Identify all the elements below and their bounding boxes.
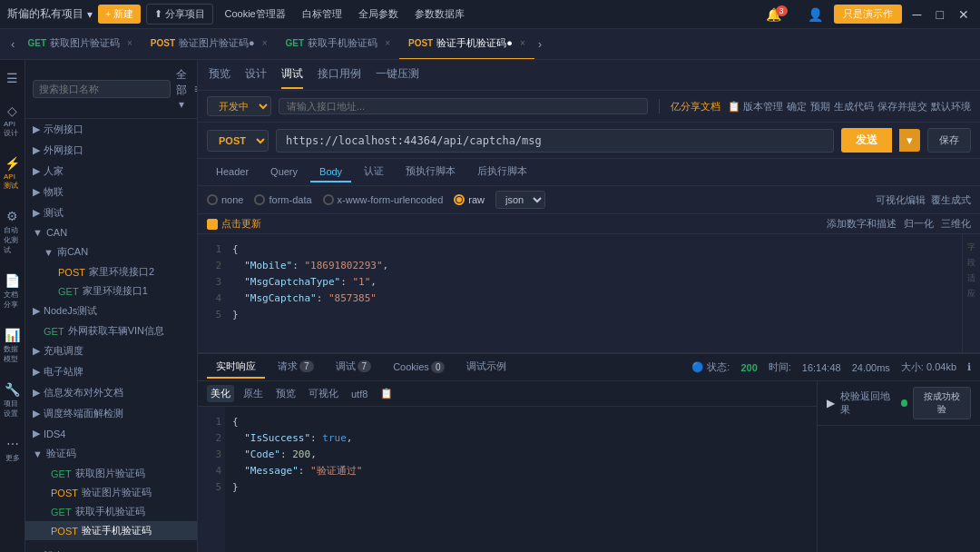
project-selector[interactable]: 斯偏的私有项目 ▾ <box>7 6 93 22</box>
tab-3-close[interactable]: × <box>520 38 525 48</box>
tab-2-close[interactable]: × <box>385 38 390 48</box>
tab-next-arrow[interactable]: › <box>534 37 545 51</box>
expand-right-arrow[interactable]: ▶ <box>827 397 835 409</box>
params-button[interactable]: 全局参数 <box>353 5 404 24</box>
left-icon-project-settings[interactable]: 🔧 项目设置 <box>0 379 24 422</box>
sub-nav-use-case[interactable]: 接口用例 <box>318 61 361 89</box>
sidebar-search-input[interactable] <box>33 80 171 98</box>
sidebar-api-env2[interactable]: POST 家里环境接口2 <box>25 262 197 281</box>
left-icon-menu[interactable]: ☰ <box>3 67 22 89</box>
sidebar-item-ids4[interactable]: ▶ IDS4 <box>25 424 197 443</box>
code-content[interactable]: { "Mobile": "18691802293", "MsgCaptchaTy… <box>225 234 962 352</box>
env-selector[interactable]: 开发中 <box>207 96 271 116</box>
sidebar-item-charge[interactable]: ▶ 充电调度 <box>25 340 197 361</box>
sidebar-item-station[interactable]: ▶ 电子站牌 <box>25 361 197 382</box>
radio-raw[interactable]: raw <box>454 194 485 205</box>
resp-btn-copy[interactable]: 📋 <box>377 386 397 401</box>
code-editor[interactable]: 12345 { "Mobile": "18691802293", "MsgCap… <box>198 234 980 352</box>
sidebar-item-test[interactable]: ▶ 测试 <box>25 202 197 223</box>
left-icon-api-test[interactable]: ⚡ API 测试 <box>0 153 24 194</box>
tab-1[interactable]: POST 验证图片验证码● × <box>142 29 277 60</box>
generate-code-btn[interactable]: 生成代码 <box>834 100 874 113</box>
tab-2[interactable]: GET 获取手机验证码 × <box>277 29 399 60</box>
send-dropdown-button[interactable]: ▾ <box>899 129 920 152</box>
sub-nav-stress-test[interactable]: 一键压测 <box>376 61 419 89</box>
url-input[interactable] <box>276 129 834 153</box>
sidebar-item-south-can[interactable]: ▼ 南CAN <box>25 242 197 262</box>
sidebar-item-info-pub[interactable]: ▶ 信息发布对外文档 <box>25 382 197 403</box>
req-tab-post-script[interactable]: 后执行脚本 <box>468 161 536 183</box>
left-icon-data-model[interactable]: 📊 数据模型 <box>0 324 24 368</box>
three-d-btn[interactable]: 三维化 <box>941 217 971 231</box>
version-mgmt-btn[interactable]: 📋 版本管理 <box>728 100 783 113</box>
sub-nav-debug[interactable]: 调试 <box>281 61 303 89</box>
left-icon-api-design[interactable]: ◇ API 设计 <box>0 100 24 142</box>
sidebar-item-iot[interactable]: ▶ 物联 <box>25 182 197 202</box>
req-tab-pre-script[interactable]: 预执行脚本 <box>397 161 465 183</box>
sidebar-item-nodejs[interactable]: ▶ NodeJs测试 <box>25 301 197 321</box>
left-icon-auto-test[interactable]: ⚙ 自动化测试 <box>0 205 24 259</box>
tab-prev-arrow[interactable]: ‹ <box>7 37 18 51</box>
url-search-input[interactable] <box>287 101 640 112</box>
resp-tab-cookies[interactable]: Cookies0 <box>384 358 454 378</box>
sidebar-item-can[interactable]: ▼ CAN <box>25 223 197 242</box>
mock-btn[interactable]: 预期 <box>810 100 830 113</box>
sidebar-all-btn[interactable]: 全部 ▾ <box>174 65 189 113</box>
cookie-button[interactable]: Cookie管理器 <box>219 5 290 24</box>
req-tab-auth[interactable]: 认证 <box>355 161 393 183</box>
avatar[interactable]: 👤 <box>804 5 827 24</box>
confirm-btn[interactable]: 确定 <box>787 100 807 113</box>
share-doc-link[interactable]: 亿分享文档 <box>671 100 720 113</box>
close-button[interactable]: ✕ <box>955 5 973 24</box>
sidebar-api-get-phone-captcha[interactable]: GET 获取手机验证码 <box>25 502 197 521</box>
left-icon-more[interactable]: ⋯ 更多 <box>2 433 24 467</box>
resp-tab-debug[interactable]: 调试7 <box>327 356 381 379</box>
sidebar-item-external[interactable]: ▶ 外网接口 <box>25 140 197 161</box>
sidebar-api-verify-img-captcha[interactable]: POST 验证图片验证码 <box>25 483 197 502</box>
radio-form-data[interactable]: form-data <box>254 194 311 205</box>
notification-icon[interactable]: 🔔3 <box>762 5 797 24</box>
method-selector[interactable]: POST <box>207 130 269 152</box>
user-button[interactable]: 只是演示作 <box>834 5 902 24</box>
tab-0-close[interactable]: × <box>127 38 132 48</box>
click-renew-checkbox[interactable]: 点击更新 <box>207 217 261 231</box>
sidebar-api-vin[interactable]: GET 外网获取车辆VIN信息 <box>25 321 197 340</box>
sidebar-item-dispatch[interactable]: ▶ 调度终端面解检测 <box>25 403 197 424</box>
resp-btn-visual[interactable]: 可视化 <box>305 385 342 402</box>
resp-btn-pretty[interactable]: 美化 <box>207 385 234 402</box>
req-tab-query[interactable]: Query <box>261 163 307 182</box>
send-button[interactable]: 发送 <box>841 128 892 153</box>
resp-info-icon[interactable]: ℹ <box>967 361 971 373</box>
resp-tab-realtime[interactable]: 实时响应 <box>207 356 265 379</box>
save-button[interactable]: 保存 <box>927 128 971 153</box>
sidebar-item-captcha[interactable]: ▼ 验证码 <box>25 443 197 464</box>
new-button[interactable]: + 新建 <box>98 5 141 24</box>
resp-btn-encoding[interactable]: utf8 <box>348 387 371 401</box>
sidebar-api-env1[interactable]: GET 家里环境接口1 <box>25 281 197 301</box>
resp-btn-preview[interactable]: 预览 <box>272 385 299 402</box>
save-submit-btn[interactable]: 保存并提交 <box>877 100 927 113</box>
visual-edit-btn[interactable]: 可视化编辑 <box>876 193 926 207</box>
minimize-button[interactable]: ─ <box>909 5 926 24</box>
normalize-btn[interactable]: 归一化 <box>904 217 934 231</box>
maximize-button[interactable]: □ <box>933 5 947 24</box>
renew-checkbox[interactable] <box>207 219 218 230</box>
tab-0[interactable]: GET 获取图片验证码 × <box>18 29 141 60</box>
data-button[interactable]: 参数数据库 <box>409 5 470 24</box>
sub-nav-design[interactable]: 设计 <box>245 61 267 89</box>
sub-nav-preview[interactable]: 预览 <box>209 61 230 89</box>
tab-1-close[interactable]: × <box>262 38 268 48</box>
req-tab-header[interactable]: Header <box>207 163 258 182</box>
response-code[interactable]: 12345 { "IsSuccess": true, "Code": 200, … <box>198 407 817 552</box>
radio-urlencoded[interactable]: x-www-form-urlencoded <box>323 194 444 205</box>
tab-3[interactable]: POST 验证手机验证码● × <box>399 29 534 60</box>
target-button[interactable]: 白标管理 <box>297 5 348 24</box>
resp-tab-requests[interactable]: 请求7 <box>269 356 323 379</box>
format-selector[interactable]: json <box>495 191 545 209</box>
add-data-btn[interactable]: 添加数字和描述 <box>827 217 897 231</box>
sidebar-item-people[interactable]: ▶ 人家 <box>25 161 197 182</box>
share-button[interactable]: ⬆ 分享项目 <box>146 4 213 25</box>
raw-gen-btn[interactable]: 覆生成式 <box>931 193 971 207</box>
left-icon-doc-share[interactable]: 📄 文档分享 <box>0 270 24 313</box>
radio-none[interactable]: none <box>207 194 243 205</box>
